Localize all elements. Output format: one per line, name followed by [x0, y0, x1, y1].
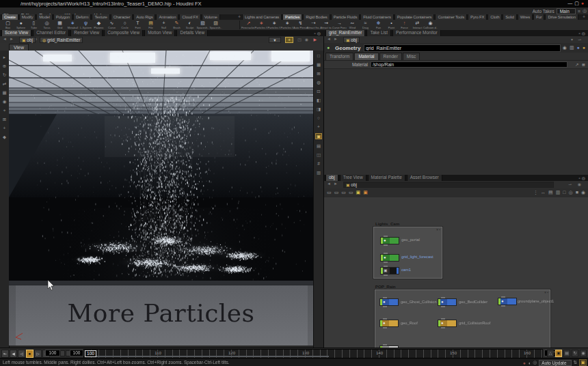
shelf-tool[interactable]: ▦ Grid	[53, 20, 66, 30]
param-subtab[interactable]: Misc	[403, 53, 420, 60]
network-toolbar-icon[interactable]: ↔	[541, 190, 546, 195]
shelf-tool[interactable]: ∿ Curve	[105, 20, 118, 30]
pane-tab[interactable]: Channel Editor	[33, 30, 69, 36]
shelf-tool[interactable]: ∗ Particles f..	[281, 20, 294, 30]
minimize-button[interactable]: —	[567, 1, 574, 5]
param-header-icon[interactable]: ●	[583, 45, 585, 51]
camera-lock-icon[interactable]: ◉	[305, 37, 308, 42]
takes-menu-icon[interactable]: ≡	[578, 9, 580, 14]
nav-forward-icon[interactable]: ►	[334, 182, 338, 186]
view-dropdown[interactable]: ▾	[269, 37, 281, 43]
network-toolbar-icon[interactable]: ▭	[341, 190, 346, 195]
shelf-tab[interactable]: Deform	[73, 14, 91, 20]
viewport-tool-icon[interactable]: ○	[317, 115, 320, 120]
pane-tab[interactable]: obj	[325, 175, 338, 181]
pane-tab[interactable]: Composite View	[104, 30, 143, 36]
shelf-tool[interactable]: ∾ Wind	[346, 20, 359, 30]
shelf-tab[interactable]: Pyro FX	[468, 14, 487, 20]
playbar-option-icon[interactable]: ↻	[572, 350, 578, 357]
shelf-tab[interactable]: Texture	[92, 14, 109, 20]
param-subtab[interactable]: Render	[379, 53, 402, 60]
node-render-flag[interactable]	[397, 268, 399, 274]
update-spinner-icon[interactable]: ⇅	[574, 360, 578, 365]
pin-icon[interactable]: ⇀	[568, 182, 572, 186]
viewport-tool-icon[interactable]: ⊡	[317, 89, 320, 94]
node-grid-collisionroof[interactable]	[438, 320, 457, 327]
status-indicator-icon[interactable]: ●	[523, 361, 526, 365]
take-selector[interactable]: Main	[557, 8, 576, 14]
shelf-tab[interactable]: Container Tools	[435, 14, 467, 20]
shelf-tab[interactable]: Create	[1, 14, 18, 20]
shelf-tool[interactable]: ↗ Firecracke..	[242, 20, 255, 30]
shelf-tool[interactable]: ▨ Spacesh..	[209, 20, 222, 30]
network-toolbar-icon[interactable]: ▣	[363, 190, 368, 195]
path-obj-chip[interactable]: ▣ obj	[19, 37, 36, 43]
network-box-pop-rain[interactable]	[375, 290, 550, 348]
pane-tab[interactable]: Motion View	[144, 30, 175, 36]
shelf-tool[interactable]: ● Sphere	[14, 20, 27, 30]
transport-button[interactable]: ⇤	[1, 350, 9, 358]
shelf-tab[interactable]: Volume	[202, 14, 220, 20]
material-action-icon[interactable]: ↗	[575, 62, 578, 68]
shelf-tool[interactable]: • Point	[385, 20, 398, 30]
shelf-tab[interactable]: Populate Containers	[395, 14, 435, 20]
transport-button[interactable]: ▷	[34, 350, 42, 358]
shelf-tab[interactable]: Rigid Bodies	[303, 14, 330, 20]
shelf-tool[interactable]: ↑ Force	[398, 20, 411, 30]
shelf-tool[interactable]: ▯ Tube	[27, 20, 40, 30]
shelf-tool[interactable]: → Curve Force	[333, 20, 346, 30]
current-frame-field[interactable]: 100	[45, 350, 60, 356]
network-toolbar-icon[interactable]: ▭	[334, 190, 339, 195]
viewport-tool-icon[interactable]: □	[317, 53, 320, 58]
transport-button[interactable]: ■	[26, 350, 34, 358]
nav-forward-icon[interactable]: ►	[10, 37, 14, 41]
viewport-tool-icon[interactable]: ◫	[317, 152, 321, 157]
shelf-tool[interactable]: ∗ Metaball	[66, 20, 79, 30]
network-toolbar-icon[interactable]: □	[563, 190, 565, 195]
node-geo-bedcollider[interactable]	[438, 298, 457, 306]
viewport-tool-icon[interactable]: ▦	[2, 90, 6, 95]
viewport-tool-icon[interactable]: +	[317, 124, 320, 129]
timeline-ruler[interactable]: 100 110120130140150160	[83, 349, 543, 358]
shelf-tool[interactable]: ⇄ Interact	[411, 20, 424, 30]
viewport-tool-icon[interactable]: ⌖	[3, 108, 6, 113]
shelf-tab[interactable]: Cloth	[487, 14, 502, 20]
shelf-tool[interactable]: ⇝ Attract to..	[320, 20, 333, 30]
shelf-tab[interactable]: Modify	[19, 14, 36, 20]
pane-tab[interactable]: Material Palette	[368, 175, 405, 181]
node-groundplane[interactable]	[498, 298, 517, 305]
network-toolbar-icon[interactable]: ▥	[556, 190, 561, 195]
playbar-option-icon[interactable]: ▤	[563, 350, 570, 357]
node-name-field[interactable]	[364, 44, 561, 52]
shelf-tab[interactable]: Polygon	[53, 14, 72, 20]
pane-corner-controls[interactable]: ▫◎	[315, 31, 322, 36]
param-dropdown-icon[interactable]: ▾	[571, 37, 573, 42]
shelf-tab[interactable]: Character	[111, 14, 133, 20]
network-path-field[interactable]: ▣ obj	[343, 182, 554, 188]
viewport-tool-icon[interactable]: +	[3, 126, 6, 130]
network-toolbar-icon[interactable]: ◎	[569, 190, 573, 195]
pane-corner-controls[interactable]: ▫◎	[579, 31, 587, 36]
viewport-tool-icon[interactable]: ↻	[3, 72, 6, 77]
shelf-tab[interactable]: Lights and Cameras	[242, 14, 282, 20]
takes-record-icon[interactable]: ◎	[583, 8, 587, 14]
pane-tab[interactable]: Take List	[366, 30, 391, 36]
viewport-tool-icon[interactable]: ⊞	[3, 117, 6, 122]
shelf-tab[interactable]: Drive Simulation	[545, 14, 578, 20]
viewport-tool-icon[interactable]: ◆	[3, 135, 6, 139]
network-toolbar-icon[interactable]: ▭	[349, 190, 353, 195]
viewport-tool-icon[interactable]: ▤	[317, 143, 321, 148]
frame-toggle[interactable]	[60, 350, 65, 356]
shelf-tab[interactable]: Solid	[503, 14, 516, 20]
maximize-button[interactable]: ▢	[574, 1, 581, 5]
viewport-tool-icon[interactable]: ◧	[317, 98, 321, 102]
viewport-tool-icon[interactable]: ◉	[3, 99, 7, 104]
shelf-tool[interactable]: ◐ Sculpt	[183, 20, 196, 30]
add-shelf-tab-icon[interactable]: +	[237, 14, 242, 19]
shelf-tool[interactable]: ∗ Particles f..	[268, 20, 281, 30]
pane-tab[interactable]: grid_RainEmitter	[325, 30, 365, 36]
shelf-tool[interactable]: + Null	[157, 20, 170, 30]
zoom-icon[interactable]: ◉	[578, 182, 581, 186]
network-toolbar-icon[interactable]: ⋮	[533, 190, 538, 195]
shelf-tool[interactable]: ✎ Brush	[170, 20, 183, 30]
